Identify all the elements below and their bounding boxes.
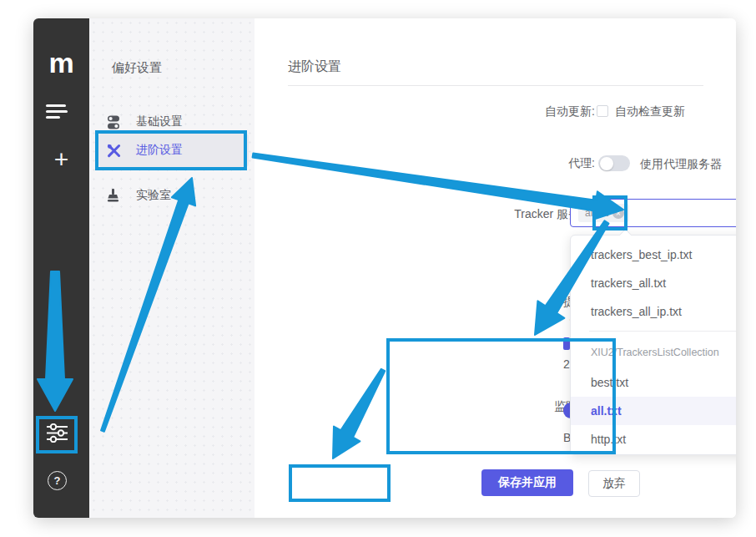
hint-text-fragment: 提 <box>563 295 570 309</box>
tag-label: all.txt <box>585 207 608 219</box>
auto-update-label: 自动更新: <box>461 104 595 119</box>
preferences-annotation-box <box>36 416 78 453</box>
app-logo: m <box>33 50 89 75</box>
sidebar-item-label: 实验室 <box>136 188 171 203</box>
proxy-toggle-label: 使用代理服务器 <box>640 157 722 172</box>
help-icon[interactable]: ? <box>48 471 67 490</box>
dropdown-item[interactable]: http.txt <box>571 425 736 453</box>
dropdown-item-label: all.txt <box>591 404 622 418</box>
toggles-icon <box>107 115 121 129</box>
toggle-knob <box>600 157 613 170</box>
proxy-label: 代理: <box>461 156 595 171</box>
preferences-sidebar: 偏好设置 基础设置 <box>89 18 255 518</box>
save-apply-button[interactable]: 保存并应用 <box>481 469 573 496</box>
sidebar-item-lab[interactable]: 实验室 <box>98 179 249 212</box>
selected-tag: all.txt × <box>578 204 629 222</box>
tracker-select[interactable]: all.txt × <box>570 199 736 227</box>
sidebar-item-advanced[interactable]: 进阶设置 <box>98 134 249 167</box>
dropdown-item[interactable]: trackers_all.txt <box>571 269 736 297</box>
tools-icon <box>107 144 121 158</box>
add-task-icon[interactable]: + <box>33 147 89 172</box>
dropdown-group-label: XIU2/TrackersListCollection <box>591 347 719 358</box>
dropdown-item[interactable]: best.txt <box>571 368 736 397</box>
hint-text-fragment: 《 <box>563 313 570 327</box>
auto-update-checkbox[interactable] <box>597 105 608 117</box>
proxy-toggle[interactable] <box>598 155 630 171</box>
settings-content: 进阶设置 × 自动更新: 自动检查更新 代理: 使用代理服务器 Tracker … <box>255 18 736 518</box>
title-divider <box>288 85 703 86</box>
sync-days-fragment: 2 <box>563 357 570 372</box>
screenshot-canvas: m + ? 偏好设置 <box>0 0 756 537</box>
checked-checkbox-fragment <box>563 337 570 350</box>
dropdown-item[interactable]: trackers_all_ip.txt <box>571 297 736 326</box>
dropdown-divider <box>589 331 736 332</box>
sidebar-item-label: 进阶设置 <box>136 143 183 158</box>
sidebar-item-label: 基础设置 <box>136 114 183 129</box>
app-window: m + ? 偏好设置 <box>33 18 736 518</box>
page-title: 进阶设置 <box>288 58 341 76</box>
auto-update-checkbox-label[interactable]: 自动检查更新 <box>615 104 685 119</box>
app-sidebar: m + ? <box>33 18 89 518</box>
task-list-icon[interactable] <box>46 104 68 119</box>
lab-stamp-icon <box>107 189 121 203</box>
tracker-dropdown: trackers_best_ip.txt trackers_all.txt tr… <box>570 235 736 455</box>
tag-remove-icon[interactable]: × <box>612 207 624 219</box>
bt-text-fragment: B <box>563 431 570 445</box>
preferences-title: 偏好设置 <box>112 60 162 76</box>
preferences-sliders-icon[interactable] <box>46 423 68 446</box>
dropdown-item[interactable]: trackers_best_ip.txt <box>571 241 736 269</box>
discard-button[interactable]: 放弃 <box>588 470 640 497</box>
dropdown-caret <box>619 229 633 242</box>
dropdown-item-selected[interactable]: all.txt <box>571 397 736 425</box>
